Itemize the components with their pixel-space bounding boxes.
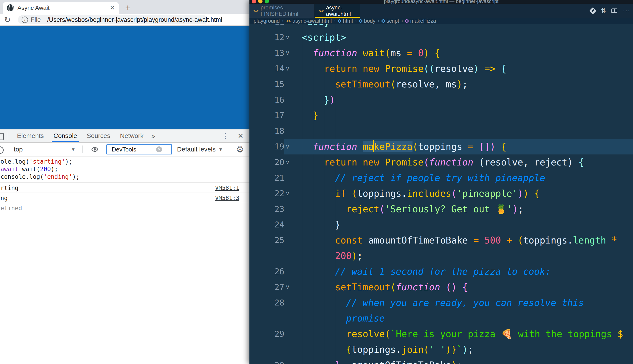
code-token: ; (518, 204, 523, 214)
code-line-14: 14∨ return new Promise((resolve) => { (249, 61, 633, 76)
fold-chevron-icon[interactable]: ∨ (284, 30, 291, 45)
code-token: reject (346, 204, 380, 214)
symbol-cube-icon (359, 19, 363, 23)
code-token: // reject if people try with pineapple (335, 172, 545, 183)
split-editor-icon[interactable] (611, 8, 617, 13)
code-token (291, 344, 346, 355)
code-token: toppings. (352, 344, 402, 355)
code-token (291, 63, 324, 74)
breadcrumb-separator-icon: › (378, 18, 380, 24)
code-token: ( (385, 48, 390, 58)
code-token: toppings. (523, 235, 573, 246)
symbol-method-icon (405, 19, 409, 23)
devtools-close-icon[interactable]: ✕ (238, 132, 243, 140)
code-token: 500 (484, 235, 501, 246)
code-token: // when you are ready, you can resolve t… (346, 298, 584, 308)
chrome-toolbar: ↻ i File /Users/wesbos/beginner-javascri… (0, 14, 249, 26)
log-levels-dropdown[interactable]: Default levels (177, 146, 216, 153)
fold-chevron-icon[interactable]: ∨ (284, 61, 291, 76)
code-line-wrap: promise (249, 310, 633, 326)
devtools-tab-sources[interactable]: Sources (87, 130, 110, 142)
editor-tab-async-await.html[interactable]: <>async-await.html (315, 4, 360, 18)
code-line-18: 18 (249, 123, 633, 139)
editor-tab-label: promises-FINISHED.html (261, 4, 311, 17)
levels-caret-icon[interactable]: ▼ (218, 147, 223, 152)
editor-tab-promises-FINISHED.html[interactable]: <>promises-FINISHED.html (249, 4, 315, 18)
code-text: return new Promise(function (resolve, re… (291, 154, 584, 170)
breadcrumb-item-body[interactable]: body (359, 18, 376, 24)
code-token: (resolve, reject) (479, 157, 573, 168)
devtools-menu-icon[interactable]: ⋮ (222, 132, 229, 140)
device-toolbar-icon-fragment[interactable] (0, 133, 4, 140)
code-text: } (291, 217, 341, 232)
line-number (249, 342, 284, 357)
chrome-active-tab[interactable]: Async Await ✕ (3, 2, 119, 14)
breadcrumb-item-playground[interactable]: playground (253, 18, 280, 24)
code-token: ( (346, 188, 357, 199)
code-line-20: 20∨ return new Promise(function (resolve… (249, 154, 633, 170)
echo-token: ); (65, 158, 72, 165)
breadcrumb-label: makePizza (410, 18, 436, 24)
console-toolbar: top ▼ ✕ Default levels ▼ ⚙ (0, 143, 249, 156)
devtools-tab-console[interactable]: Console (54, 130, 77, 142)
filter-clear-icon[interactable]: ✕ (156, 146, 162, 152)
breadcrumb-item-makePizza[interactable]: makePizza (405, 18, 436, 24)
code-token: promise (346, 313, 385, 324)
code-text: function makePizza(toppings = []) { (291, 139, 506, 154)
code-line-25: 25 const amountOfTimeToBake = 500 + (top… (249, 232, 633, 248)
live-expression-eye-icon[interactable] (91, 146, 99, 153)
editor-more-actions-icon[interactable]: ··· (623, 7, 630, 14)
context-selector[interactable]: top (14, 146, 23, 153)
line-number: 18 (249, 123, 284, 139)
log-text: ng (1, 194, 8, 202)
reload-icon[interactable]: ↻ (4, 15, 11, 24)
echo-token: ); (51, 166, 58, 172)
code-token: { (495, 142, 506, 152)
new-tab-button[interactable]: + (125, 3, 130, 13)
breadcrumb-item-html[interactable]: html (338, 18, 353, 24)
breadcrumb-item-async-await.html[interactable]: <>async-await.html (286, 18, 332, 24)
devtools-tab-network[interactable]: Network (120, 130, 144, 142)
console-filter-box: ✕ (106, 144, 172, 154)
open-changes-icon[interactable]: ⇅ (601, 7, 606, 14)
echo-token: wait( (22, 166, 40, 172)
console-filter-input[interactable] (109, 146, 156, 153)
clear-console-icon-fragment[interactable] (0, 146, 4, 154)
log-source-link[interactable]: VM581:3 (215, 193, 239, 203)
console-echo-line: await wait(200); (1, 166, 249, 173)
code-token: { (573, 157, 584, 168)
code-token (291, 94, 324, 105)
code-token (291, 79, 335, 90)
code-token: ; (468, 344, 473, 355)
line-number: 12 (249, 30, 284, 45)
fold-chevron-icon[interactable]: ∨ (284, 139, 291, 154)
fold-chevron-icon[interactable]: ∨ (284, 186, 291, 201)
code-line-19: 19∨ function makePizza(toppings = []) { (249, 139, 633, 154)
breadcrumb-item-script[interactable]: script (382, 18, 399, 24)
code-token: wait (363, 48, 385, 58)
breadcrumb-label: script (387, 18, 399, 24)
code-line-wrap: 200); (249, 248, 633, 264)
devtools-tab-elements[interactable]: Elements (17, 130, 44, 142)
devtools-separator (7, 132, 7, 140)
context-caret-icon[interactable]: ▼ (71, 147, 76, 152)
symbol-cube-icon (338, 19, 342, 23)
fold-chevron-icon[interactable]: ∨ (284, 154, 291, 170)
code-token: + (501, 235, 517, 246)
fold-chevron-icon[interactable]: ∨ (284, 45, 291, 61)
code-token: , amountOfTimeToBake (341, 360, 451, 364)
code-token (291, 360, 335, 364)
code-token: ) (462, 344, 468, 355)
page-info-icon[interactable]: i (22, 16, 28, 23)
code-editor[interactable]: 11 <body>12∨ <script>13∨ function wait(m… (249, 24, 633, 364)
console-input-echo: ole.log('starting');await wait(200);cons… (0, 156, 249, 183)
more-panels-icon[interactable]: » (151, 132, 155, 140)
code-token (291, 142, 313, 152)
devtools-settings-gear-icon[interactable]: ⚙ (236, 144, 244, 154)
fold-chevron-icon[interactable]: ∨ (284, 279, 291, 295)
git-compare-icon[interactable] (589, 7, 596, 14)
log-source-link[interactable]: VM581:1 (215, 183, 239, 193)
tab-close-icon[interactable]: ✕ (110, 4, 115, 12)
address-bar[interactable]: i File /Users/wesbos/beginner-javascript… (18, 15, 208, 24)
line-number (249, 248, 284, 264)
